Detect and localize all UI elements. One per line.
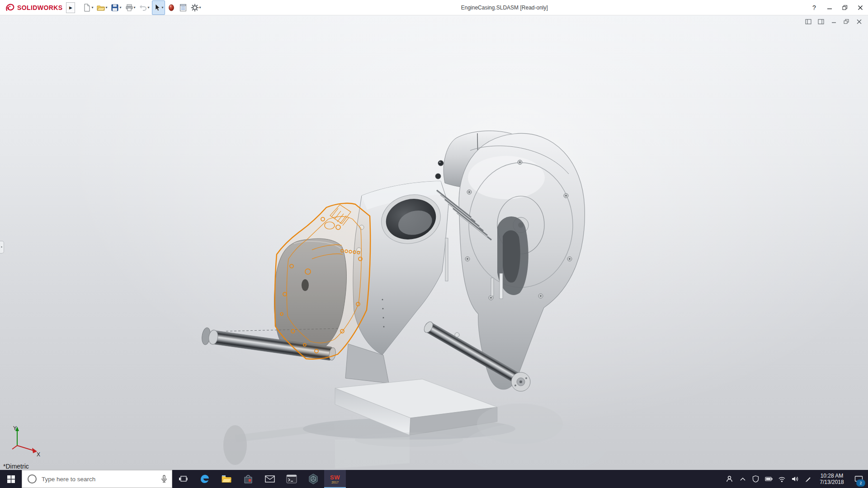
close-button[interactable]: [853, 0, 868, 15]
print-button[interactable]: ▾: [124, 0, 137, 15]
pen-button[interactable]: [802, 470, 815, 488]
mail-icon: [264, 474, 275, 483]
volume-button[interactable]: [788, 470, 802, 488]
taskbar-app-solidworks[interactable]: SW 2017: [324, 470, 346, 488]
task-view-button[interactable]: [172, 470, 194, 488]
quick-access-toolbar: ▾ ▾ ▾ ▾ ▾: [81, 0, 202, 15]
cortana-icon: [28, 474, 37, 483]
y-axis-label: Y: [13, 425, 17, 432]
volume-icon: [791, 475, 799, 483]
undo-icon: [139, 4, 147, 12]
taskbar-search[interactable]: [22, 470, 172, 488]
task-pane-handle[interactable]: [0, 241, 4, 253]
doc-restore-button[interactable]: [842, 18, 851, 26]
graphics-area[interactable]: Y X *Dimetric: [0, 15, 868, 470]
x-axis-label: X: [37, 451, 40, 457]
open-dropdown-caret[interactable]: ▾: [105, 5, 107, 9]
taskbar-app-hexagon[interactable]: [302, 470, 324, 488]
file-properties-icon: [179, 4, 187, 12]
selected-component-highlight[interactable]: [275, 203, 370, 359]
show-hidden-icons-button[interactable]: [736, 470, 749, 488]
clock-time: 10:28 AM: [815, 473, 849, 479]
save-dropdown-caret[interactable]: ▾: [119, 5, 121, 9]
open-button[interactable]: ▾: [95, 0, 108, 15]
hexagon-app-icon: [308, 474, 319, 484]
terminal-icon: [286, 474, 297, 484]
doc-restore-icon: [844, 19, 849, 24]
search-input[interactable]: [41, 475, 156, 483]
file-properties-button[interactable]: [178, 0, 189, 15]
pane-right-button[interactable]: [816, 18, 826, 26]
taskbar-clock[interactable]: 10:28 AM 7/13/2018: [815, 473, 849, 485]
task-view-icon: [179, 475, 188, 483]
pen-icon: [805, 476, 811, 483]
z-axis-arrow: [12, 446, 17, 449]
save-floppy-icon: [111, 4, 119, 12]
edge-icon: [199, 474, 210, 484]
taskbar-app-mail[interactable]: [259, 470, 281, 488]
new-document-icon: [83, 4, 91, 12]
pane-left-icon: [805, 19, 811, 24]
security-button[interactable]: [749, 470, 762, 488]
file-explorer-icon: [221, 474, 232, 484]
print-dropdown-caret[interactable]: ▾: [134, 5, 136, 9]
open-folder-icon: [97, 4, 105, 12]
solidworks-logo-icon: [5, 3, 15, 13]
solidworks-brand: SOLIDWORKS: [0, 3, 62, 13]
select-cursor-icon: [153, 4, 161, 12]
document-title: EngineCasing.SLDASM [Read-only]: [203, 5, 807, 11]
reference-triad[interactable]: Y X: [11, 425, 42, 457]
options-dropdown-caret[interactable]: ▾: [199, 5, 201, 9]
menu-flyout-arrow[interactable]: ▶: [66, 2, 75, 13]
people-button[interactable]: [723, 470, 736, 488]
taskbar-app-terminal[interactable]: [281, 470, 302, 488]
taskbar-app-store[interactable]: [237, 470, 259, 488]
save-button[interactable]: ▾: [109, 0, 123, 15]
chevron-up-icon: [740, 477, 746, 481]
system-tray: 10:28 AM 7/13/2018 2: [723, 470, 868, 488]
view-orientation-label: *Dimetric: [3, 463, 29, 470]
close-icon: [858, 5, 863, 10]
minimize-icon: [827, 5, 832, 10]
doc-close-icon: [856, 19, 862, 24]
battery-button[interactable]: [762, 470, 775, 488]
action-center-button[interactable]: 2: [849, 470, 868, 488]
brand-text: SOLIDWORKS: [17, 4, 62, 11]
appearance-sphere-icon: [167, 4, 175, 12]
print-icon: [125, 4, 133, 12]
network-button[interactable]: [775, 470, 788, 488]
select-button[interactable]: ▾: [152, 0, 165, 15]
taskbar-app-file-explorer[interactable]: [216, 470, 237, 488]
doc-minimize-icon: [831, 19, 837, 24]
windows-taskbar: SW 2017: [0, 470, 868, 488]
appearance-button[interactable]: [166, 0, 177, 15]
shield-icon: [752, 475, 759, 483]
undo-dropdown-caret[interactable]: ▾: [148, 5, 150, 9]
select-dropdown-caret[interactable]: ▾: [162, 5, 164, 9]
engine-casing-model[interactable]: [0, 15, 868, 470]
microphone-icon[interactable]: [161, 475, 167, 483]
battery-icon: [765, 475, 773, 483]
pane-right-icon: [818, 19, 824, 24]
options-button[interactable]: ▾: [189, 0, 203, 15]
windows-logo-icon: [7, 475, 15, 483]
new-document-button[interactable]: ▾: [81, 0, 94, 15]
store-icon: [243, 474, 253, 484]
window-controls: ?: [807, 0, 868, 15]
notification-badge: 2: [856, 479, 865, 487]
people-icon: [726, 475, 733, 483]
doc-close-button[interactable]: [854, 18, 863, 26]
solidworks-app-icon: SW 2017: [330, 474, 340, 484]
start-button[interactable]: [0, 470, 22, 488]
undo-button[interactable]: ▾: [138, 0, 151, 15]
document-window-controls: [804, 18, 863, 26]
pane-left-button[interactable]: [804, 18, 813, 26]
restore-button[interactable]: [837, 0, 853, 15]
doc-minimize-button[interactable]: [829, 18, 838, 26]
help-button[interactable]: ?: [807, 0, 822, 15]
minimize-button[interactable]: [822, 0, 837, 15]
new-dropdown-caret[interactable]: ▾: [91, 5, 93, 9]
wifi-icon: [778, 476, 786, 483]
taskbar-app-edge[interactable]: [194, 470, 216, 488]
clock-date: 7/13/2018: [815, 479, 849, 485]
